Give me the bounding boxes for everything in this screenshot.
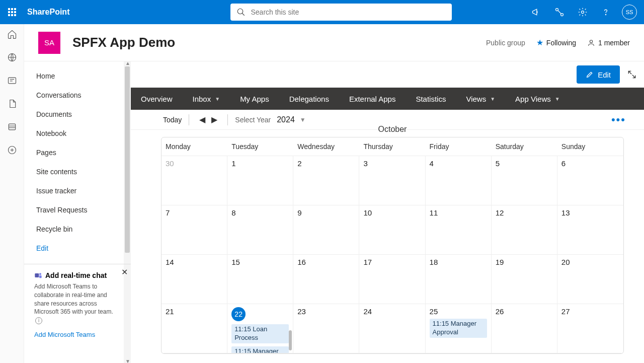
calendar-cell[interactable]: 12: [492, 205, 557, 255]
add-teams-link[interactable]: Add Microsoft Teams: [34, 331, 121, 338]
rail-global[interactable]: [7, 52, 17, 64]
rail-lists[interactable]: [7, 122, 17, 134]
nav-item-home[interactable]: Home: [24, 66, 131, 86]
megaphone-button[interactable]: [529, 5, 543, 19]
day-header: Monday: [162, 137, 227, 156]
calendar-cell[interactable]: 13: [557, 205, 623, 255]
nav-item-issue-tracker[interactable]: Issue tracker: [24, 181, 131, 200]
nav-item-recycle-bin[interactable]: Recycle bin: [24, 220, 131, 239]
rail-files[interactable]: [7, 99, 17, 111]
nav-edit-link[interactable]: Edit: [24, 239, 131, 258]
account-avatar[interactable]: SS: [622, 5, 637, 20]
calendar-cell[interactable]: 6: [557, 156, 623, 205]
next-arrow[interactable]: ▶: [208, 115, 220, 124]
calendar-cell[interactable]: 23: [293, 304, 359, 353]
calendar-cell[interactable]: 20: [557, 255, 623, 304]
edit-page-button[interactable]: Edit: [577, 65, 620, 84]
tab-views[interactable]: Views▼: [456, 88, 505, 110]
follow-button[interactable]: ★ Following: [536, 38, 576, 47]
calendar-cell[interactable]: 2211:15 Loan Process11:15 Manager: [227, 304, 293, 353]
cell-scroll-thumb[interactable]: [289, 330, 292, 350]
calendar-cell[interactable]: 8: [227, 205, 293, 255]
calendar-cell[interactable]: 19: [492, 255, 557, 304]
members-button[interactable]: 1 member: [587, 39, 630, 47]
settings-button[interactable]: [576, 5, 590, 19]
members-label: 1 member: [598, 39, 630, 47]
day-number: 9: [297, 208, 301, 217]
calendar-cell[interactable]: 21: [162, 304, 227, 353]
search-box[interactable]: [230, 4, 452, 21]
calendar-cell[interactable]: 24: [359, 304, 425, 353]
tab-statistics[interactable]: Statistics: [406, 88, 456, 110]
close-icon[interactable]: ✕: [121, 267, 128, 277]
leftnav-scroll-thumb[interactable]: [125, 66, 130, 253]
tab-external-apps[interactable]: External Apps: [339, 88, 406, 110]
today-button[interactable]: Today: [163, 116, 182, 124]
calendar-cell[interactable]: 9: [293, 205, 359, 255]
nav-item-site-contents[interactable]: Site contents: [24, 162, 131, 181]
prev-arrow[interactable]: ◀: [196, 115, 208, 124]
month-title: October: [161, 125, 624, 134]
calendar-cell[interactable]: 17: [359, 255, 425, 304]
calendar-event[interactable]: 11:15 Manager Approval: [430, 319, 487, 338]
calendar-cell[interactable]: 10: [359, 205, 425, 255]
list-icon: [7, 122, 17, 132]
calendar-cell[interactable]: 15: [227, 255, 293, 304]
scroll-up-icon[interactable]: ▲: [125, 60, 130, 66]
calendar-event[interactable]: 11:15 Loan Process: [231, 324, 289, 343]
flow-button[interactable]: [552, 5, 567, 19]
nav-item-notebook[interactable]: Notebook: [24, 124, 131, 143]
day-number: 12: [496, 208, 504, 217]
tab-inbox[interactable]: Inbox▼: [183, 88, 230, 110]
site-visibility: Public group: [486, 39, 525, 47]
calendar-cell[interactable]: 16: [293, 255, 359, 304]
info-icon[interactable]: i: [35, 317, 42, 324]
tab-overview[interactable]: Overview: [131, 88, 183, 110]
rail-create[interactable]: [7, 145, 17, 157]
flow-icon: [554, 7, 565, 17]
day-number: 18: [430, 258, 438, 266]
tab-delegations[interactable]: Delegations: [279, 88, 339, 110]
tab-my-apps[interactable]: My Apps: [230, 88, 279, 110]
calendar-cell[interactable]: 2: [293, 156, 359, 205]
chat-card-title-text: Add real-time chat: [45, 271, 107, 279]
rail-home[interactable]: [7, 29, 17, 41]
app-launcher[interactable]: [0, 0, 24, 24]
globe-icon: [7, 52, 17, 62]
calendar-cell[interactable]: 27: [557, 304, 623, 353]
expand-icon: [627, 69, 637, 80]
calendar-cell[interactable]: 11: [426, 205, 492, 255]
calendar-cell[interactable]: 18: [426, 255, 492, 304]
calendar-cell[interactable]: 5: [492, 156, 557, 205]
calendar-cell[interactable]: 7: [162, 205, 227, 255]
calendar-cell[interactable]: 30: [162, 156, 227, 205]
scroll-down-icon[interactable]: ▼: [125, 358, 130, 363]
chevron-down-icon[interactable]: ▼: [300, 116, 306, 123]
suite-brand[interactable]: SharePoint: [27, 8, 69, 17]
app-tab-bar: OverviewInbox▼My AppsDelegationsExternal…: [131, 88, 644, 110]
help-button[interactable]: [599, 5, 613, 19]
svg-point-16: [590, 40, 592, 42]
day-number: 30: [166, 159, 174, 168]
calendar-cell[interactable]: 2511:15 Manager Approval: [426, 304, 492, 353]
calendar-cell[interactable]: 4: [426, 156, 492, 205]
site-logo[interactable]: SA: [38, 32, 60, 54]
calendar-event[interactable]: 11:15 Manager: [231, 346, 289, 353]
calendar-cell[interactable]: 26: [492, 304, 557, 353]
nav-item-pages[interactable]: Pages: [24, 143, 131, 162]
year-value[interactable]: 2024: [277, 115, 295, 124]
nav-item-conversations[interactable]: Conversations: [24, 86, 131, 105]
rail-news[interactable]: [7, 76, 17, 88]
search-input[interactable]: [251, 8, 446, 16]
tab-app-views[interactable]: App Views▼: [505, 88, 570, 110]
more-actions[interactable]: •••: [611, 113, 626, 126]
calendar-cell[interactable]: 3: [359, 156, 425, 205]
news-icon: [7, 76, 17, 86]
expand-button[interactable]: [625, 67, 639, 82]
app-rail: [0, 24, 24, 363]
nav-item-travel-requests[interactable]: Travel Requests: [24, 200, 131, 220]
day-number: 8: [231, 208, 235, 217]
calendar-cell[interactable]: 1: [227, 156, 293, 205]
nav-item-documents[interactable]: Documents: [24, 105, 131, 124]
calendar-cell[interactable]: 14: [162, 255, 227, 304]
